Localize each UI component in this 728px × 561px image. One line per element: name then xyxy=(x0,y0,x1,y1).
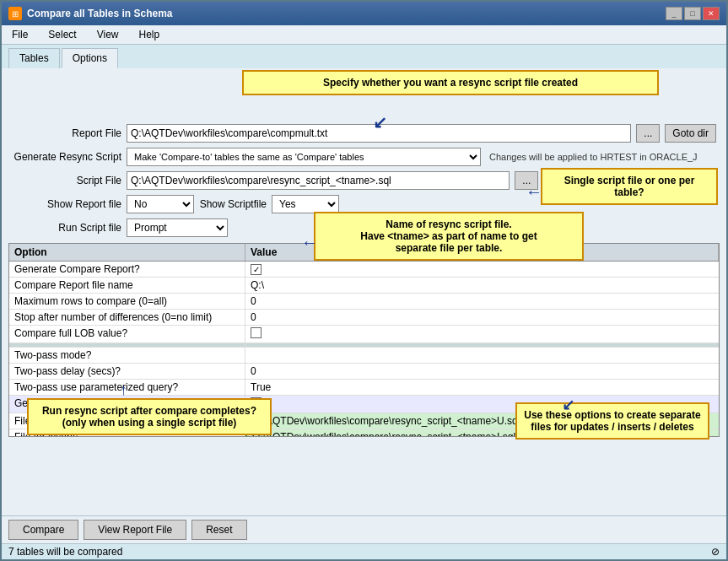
script-file-label: Script File xyxy=(12,175,121,186)
table-row: Two-pass mode? xyxy=(9,348,719,364)
window-title: Compare all Tables in Schema xyxy=(27,8,173,19)
menu-help[interactable]: Help xyxy=(136,27,164,42)
reset-button[interactable]: Reset xyxy=(191,520,246,540)
maximize-button[interactable]: □ xyxy=(684,7,701,20)
tab-bar: Tables Options xyxy=(2,45,726,68)
tooltip-run-resync: Run resync script after compare complete… xyxy=(27,398,272,435)
table-row: Maximum rows to compare (0=all) 0 xyxy=(9,294,719,310)
status-text: 7 tables will be compared xyxy=(8,546,122,558)
row-option xyxy=(9,343,245,347)
row-option: Maximum rows to compare (0=all) xyxy=(9,294,245,309)
row-option: Compare Report file name xyxy=(9,278,245,293)
row-option: Compare full LOB value? xyxy=(9,326,245,343)
table-row: Two-pass delay (secs)? 0 xyxy=(9,364,719,380)
table-row: Compare full LOB value? xyxy=(9,326,719,343)
window-icon: ⊞ xyxy=(8,7,22,20)
close-button[interactable]: ✕ xyxy=(703,7,720,20)
row-option: Generate Compare Report? xyxy=(9,262,245,277)
report-file-browse-button[interactable]: ... xyxy=(636,124,660,143)
arrow-single: ← xyxy=(526,182,542,202)
generate-resync-label: Generate Resync Script xyxy=(12,151,121,163)
title-bar: ⊞ Compare all Tables in Schema _ □ ✕ xyxy=(2,2,726,25)
row-value xyxy=(245,343,719,347)
row-option: Stop after number of differences (0=no l… xyxy=(9,310,245,325)
tooltip-separate-files: Use these options to create separate fil… xyxy=(515,402,709,440)
row-value: 0 xyxy=(245,294,719,309)
show-report-select[interactable]: No Yes xyxy=(127,195,194,213)
arrow-run: ↑ xyxy=(120,381,127,399)
row-value xyxy=(245,262,719,277)
menu-file[interactable]: File xyxy=(8,27,31,42)
menu-view[interactable]: View xyxy=(94,27,122,42)
report-file-label: Report File xyxy=(12,127,121,139)
content-area: Specify whether you want a resync script… xyxy=(2,68,726,515)
table-row: Compare Report file name Q:\ xyxy=(9,278,719,294)
bottom-bar: Compare View Report File Reset OK xyxy=(2,515,726,543)
arrow-script: ← xyxy=(301,233,318,252)
view-report-button[interactable]: View Report File xyxy=(84,520,186,540)
row-option: Two-pass delay (secs)? xyxy=(9,364,245,379)
generate-compare-checkbox[interactable] xyxy=(251,264,262,275)
tab-tables[interactable]: Tables xyxy=(8,48,60,68)
report-file-goto-button[interactable]: Goto dir xyxy=(665,124,716,143)
row-value: Q:\ xyxy=(245,278,719,293)
row-value xyxy=(245,326,719,343)
run-script-label: Run Script file xyxy=(12,222,121,234)
table-row: Two-pass use parameterized query? True xyxy=(9,380,719,396)
table-row: Stop after number of differences (0=no l… xyxy=(9,310,719,326)
arrow-separate: ↙ xyxy=(562,396,574,414)
row-option: Two-pass use parameterized query? xyxy=(9,380,245,395)
script-file-input[interactable] xyxy=(127,171,510,190)
report-file-row: Report File ... Goto dir xyxy=(8,121,720,145)
minimize-button[interactable]: _ xyxy=(666,7,682,20)
changes-label: Changes will be applied to HRTEST in ORA… xyxy=(489,152,698,162)
generate-resync-row: Generate Resync Script Make 'Compare-to'… xyxy=(8,145,720,169)
menu-bar: File Select View Help xyxy=(2,25,726,45)
row-value: True xyxy=(245,380,719,395)
row-value: 0 xyxy=(245,364,719,379)
row-value: 0 xyxy=(245,310,719,325)
show-scriptfile-select[interactable]: Yes No xyxy=(272,195,339,213)
table-row: Generate Compare Report? xyxy=(9,262,719,278)
tooltip-script-name: Name of resync script file. Have <tname>… xyxy=(314,212,584,261)
row-value xyxy=(245,348,719,363)
status-bar: 7 tables will be compared ⊘ xyxy=(2,543,726,559)
tab-options[interactable]: Options xyxy=(62,48,118,68)
arrow-top: ↙ xyxy=(373,112,387,132)
show-report-label: Show Report file xyxy=(12,198,121,210)
row-option: Two-pass mode? xyxy=(9,348,245,363)
compare-lob-checkbox[interactable] xyxy=(251,327,262,338)
column-header-option: Option xyxy=(9,244,245,261)
menu-select[interactable]: Select xyxy=(45,27,79,42)
run-script-select[interactable]: Prompt Yes No xyxy=(127,218,228,237)
tooltip-specify: Specify whether you want a resync script… xyxy=(242,70,659,95)
show-scriptfile-label: Show Scriptfile xyxy=(199,198,267,210)
main-window: ⊞ Compare all Tables in Schema _ □ ✕ Fil… xyxy=(0,0,728,561)
compare-button[interactable]: Compare xyxy=(8,520,78,540)
generate-resync-select[interactable]: Make 'Compare-to' tables the same as 'Co… xyxy=(127,148,481,166)
tooltip-single-script: Single script file or one per table? xyxy=(541,168,718,205)
resize-grip: ⊘ xyxy=(711,546,720,558)
